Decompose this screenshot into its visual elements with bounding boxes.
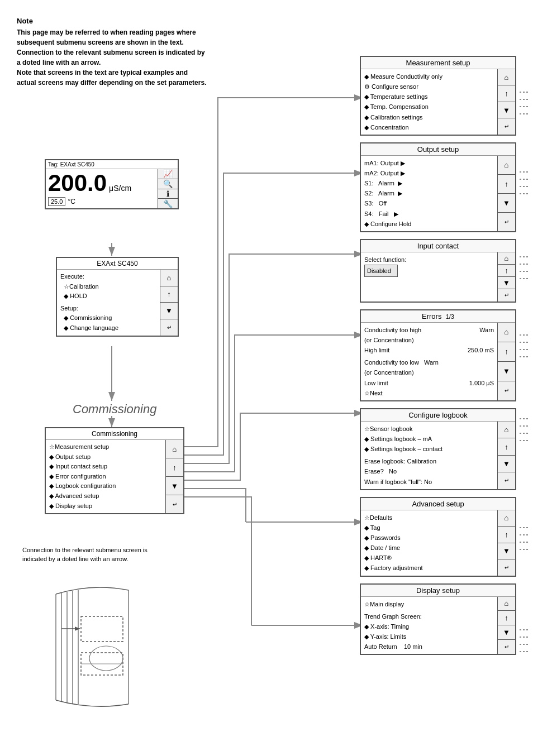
err-enter-btn[interactable]: ↵ <box>498 381 515 400</box>
svg-point-42 <box>89 646 123 671</box>
err-down-btn[interactable]: ▼ <box>498 362 515 381</box>
search-btn[interactable]: 🔍 <box>158 179 178 189</box>
as-nav: ⌂ ↑ ▼ ↵ <box>497 510 515 576</box>
home-btn[interactable]: ⌂ <box>160 270 178 286</box>
as-item-2[interactable]: ◆ Tag <box>364 523 494 533</box>
comm-item-5[interactable]: ◆ Logbook configuration <box>49 481 162 491</box>
as-up-btn[interactable]: ↑ <box>498 527 515 543</box>
comm-item-1[interactable]: ☆Measurement setup <box>49 442 162 452</box>
change-language-item[interactable]: ◆ Change language <box>60 323 156 333</box>
as-item-6[interactable]: ◆ Factory adjustment <box>364 563 494 573</box>
err-next[interactable]: ☆Next <box>364 388 494 398</box>
up-btn[interactable]: ↑ <box>160 286 178 303</box>
as-item-1[interactable]: ☆Defaults <box>364 513 494 523</box>
comm-item-2[interactable]: ◆ Output setup <box>49 452 162 462</box>
os-item-5[interactable]: S3: Off <box>364 198 494 208</box>
os-item-4[interactable]: S2: Alarm ▶ <box>364 188 494 198</box>
ms-item-6[interactable]: ◆ Concentration <box>364 122 494 132</box>
comm-enter-btn[interactable]: ↵ <box>166 495 183 513</box>
ms-home-btn[interactable]: ⌂ <box>498 69 515 85</box>
os-up-btn[interactable]: ↑ <box>498 175 515 194</box>
ic-up-btn[interactable]: ↑ <box>498 265 515 277</box>
display-setup-title: Display setup <box>361 585 515 597</box>
ms-item-4[interactable]: ◆ Temp. Compensation <box>364 102 494 112</box>
os-item-3[interactable]: S1: Alarm ▶ <box>364 178 494 188</box>
commissioning-menu-title: Commissioning <box>46 428 183 440</box>
os-enter-btn[interactable]: ↵ <box>498 213 515 231</box>
ms-enter-btn[interactable]: ↵ <box>498 118 515 134</box>
tool-btn[interactable]: 🔧 <box>158 199 178 208</box>
advanced-setup-box: Advanced setup ☆Defaults ◆ Tag ◆ Passwor… <box>360 497 516 577</box>
ms-down-btn[interactable]: ▼ <box>498 102 515 118</box>
cl-item-3[interactable]: ◆ Settings logbook – contact <box>364 444 494 454</box>
ds-trend-label: Trend Graph Screen: <box>364 611 494 621</box>
ic-enter-btn[interactable]: ↵ <box>498 289 515 302</box>
os-item-2[interactable]: mA2: Output ▶ <box>364 168 494 178</box>
ic-home-btn[interactable]: ⌂ <box>498 252 515 265</box>
comm-home-btn[interactable]: ⌂ <box>166 440 183 458</box>
exaxt-menu-box: EXAxt SC450 Execute: ☆Calibration ◆ HOLD… <box>56 257 179 337</box>
as-home-btn[interactable]: ⌂ <box>498 510 515 527</box>
cl-item-1[interactable]: ☆Sensor logbook <box>364 424 494 434</box>
comm-item-7[interactable]: ◆ Display setup <box>49 501 162 511</box>
cl-home-btn[interactable]: ⌂ <box>498 422 515 438</box>
errors-title: Errors 1/3 <box>361 310 515 323</box>
ds-down-btn[interactable]: ▼ <box>498 625 515 640</box>
err-limit-1: High limit250.0 mS <box>364 345 494 355</box>
ms-item-3[interactable]: ◆ Temperature settings <box>364 92 494 102</box>
ds-home-btn[interactable]: ⌂ <box>498 597 515 611</box>
measurement-setup-title: Measurement setup <box>361 57 515 69</box>
comm-up-btn[interactable]: ↑ <box>166 458 183 477</box>
ds-item-3[interactable]: ◆ Y-axis: Limits <box>364 631 494 642</box>
exaxt-menu-content: Execute: ☆Calibration ◆ HOLD Setup: ◆ Co… <box>57 270 160 336</box>
trend-btn[interactable]: 📈 <box>158 169 178 179</box>
input-contact-nav: ⌂ ↑ ▼ ↵ <box>497 252 515 302</box>
commissioning-item[interactable]: ◆ Commissioning <box>60 313 156 323</box>
output-setup-box: Output setup mA1: Output ▶ mA2: Output ▶… <box>360 142 516 232</box>
display-setup-content: ☆Main display Trend Graph Screen: ◆ X-ax… <box>361 597 497 654</box>
err-up-btn[interactable]: ↑ <box>498 342 515 362</box>
os-item-7[interactable]: ◆ Configure Hold <box>364 219 494 229</box>
cl-up-btn[interactable]: ↑ <box>498 438 515 455</box>
comm-item-3[interactable]: ◆ Input contact setup <box>49 462 162 472</box>
comm-item-6[interactable]: ◆ Advanced setup <box>49 491 162 501</box>
ds-item-2[interactable]: ◆ X-axis: Timing <box>364 621 494 631</box>
hold-item[interactable]: ◆ HOLD <box>60 291 156 302</box>
os-home-btn[interactable]: ⌂ <box>498 156 515 175</box>
display-tag: Tag: EXAxt SC450 <box>46 160 178 169</box>
ms-up-btn[interactable]: ↑ <box>498 85 515 102</box>
cl-item-2[interactable]: ◆ Settings logbook – mA <box>364 434 494 444</box>
as-item-3[interactable]: ◆ Passwords <box>364 533 494 543</box>
as-item-5[interactable]: ◆ HART® <box>364 553 494 563</box>
calibration-item[interactable]: ☆Calibration <box>60 282 156 292</box>
svg-rect-40 <box>81 616 123 642</box>
cl-down-btn[interactable]: ▼ <box>498 456 515 472</box>
ds-up-btn[interactable]: ↑ <box>498 611 515 625</box>
cl-enter-btn[interactable]: ↵ <box>498 472 515 489</box>
note-title: Note <box>17 17 207 25</box>
os-down-btn[interactable]: ▼ <box>498 194 515 213</box>
execute-label: Execute: <box>60 272 156 282</box>
os-item-6[interactable]: S4: Fail ▶ <box>364 209 494 219</box>
output-setup-content: mA1: Output ▶ mA2: Output ▶ S1: Alarm ▶ … <box>361 156 497 231</box>
as-down-btn[interactable]: ▼ <box>498 543 515 559</box>
comm-item-4[interactable]: ◆ Error configuration <box>49 472 162 482</box>
ms-item-5[interactable]: ◆ Calibration settings <box>364 112 494 122</box>
ic-down-btn[interactable]: ▼ <box>498 277 515 289</box>
ms-item-1[interactable]: ◆ Measure Conductivity only <box>364 71 494 82</box>
as-item-4[interactable]: ◆ Date / time <box>364 543 494 553</box>
measurement-nav: ⌂ ↑ ▼ ↵ <box>497 69 515 135</box>
errors-nav: ⌂ ↑ ▼ ↵ <box>497 323 515 400</box>
ds-item-1[interactable]: ☆Main display <box>364 599 494 609</box>
ds-enter-btn[interactable]: ↵ <box>498 640 515 654</box>
info-btn[interactable]: ℹ <box>158 189 178 199</box>
comm-down-btn[interactable]: ▼ <box>166 477 183 495</box>
enter-btn[interactable]: ↵ <box>160 319 178 336</box>
ms-item-2[interactable]: ⚙ Configure sensor <box>364 82 494 92</box>
ic-value: Disabled <box>364 265 494 277</box>
err-home-btn[interactable]: ⌂ <box>498 323 515 342</box>
down-btn[interactable]: ▼ <box>160 303 178 319</box>
os-item-1[interactable]: mA1: Output ▶ <box>364 158 494 168</box>
display-unit: μS/cm <box>109 184 131 193</box>
as-enter-btn[interactable]: ↵ <box>498 559 515 575</box>
